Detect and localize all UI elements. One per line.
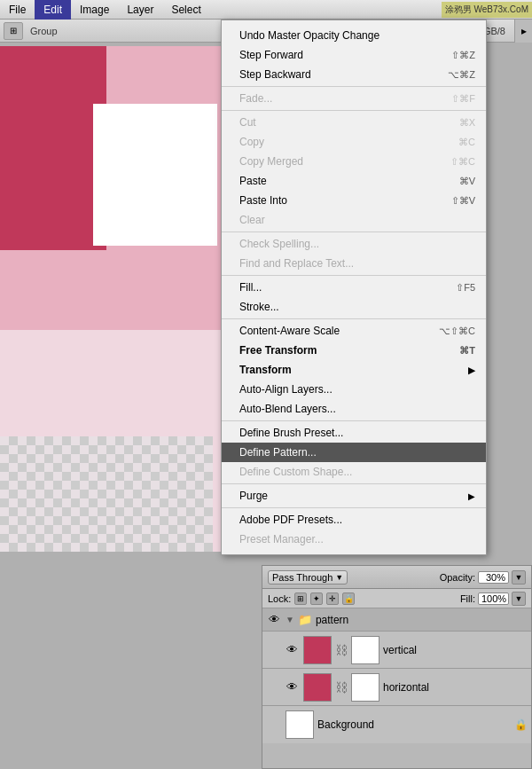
menu-edit[interactable]: Edit [35, 0, 71, 20]
menu-adobe-pdf-presets[interactable]: Adobe PDF Presets... [222, 510, 486, 530]
menu-copy-merged: Copy Merged ⇧⌘C [222, 152, 486, 171]
menu-step-forward[interactable]: Step Forward ⇧⌘Z [222, 45, 486, 65]
checker-area [0, 436, 213, 552]
layer-lock-icon-background: 🔒 [514, 718, 528, 731]
menu-section-purge: Purge ▶ [222, 484, 486, 508]
blend-mode-arrow: ▼ [335, 573, 343, 582]
menu-fade: Fade... ⇧⌘F [222, 89, 486, 108]
menu-section-clipboard: Cut ⌘X Copy ⌘C Copy Merged ⇧⌘C Paste ⌘V … [222, 111, 486, 232]
lock-paint-icon[interactable]: ✦ [310, 592, 323, 605]
canvas-rect-white [93, 104, 217, 246]
menu-copy: Copy ⌘C [222, 132, 486, 152]
layer-folder-icon-pattern: 📁 [298, 613, 312, 626]
menu-paste-into[interactable]: Paste Into ⇧⌘V [222, 191, 486, 210]
canvas-content [0, 46, 248, 552]
opacity-control: Opacity: 30% ▼ [440, 570, 526, 585]
menu-transform[interactable]: Transform ▶ [222, 360, 486, 380]
layer-chain-vertical[interactable]: ⛓ [335, 643, 348, 657]
fill-value[interactable]: 100% [478, 592, 509, 605]
menu-auto-blend[interactable]: Auto-Blend Layers... [222, 399, 486, 419]
menu-stroke[interactable]: Stroke... [222, 297, 486, 317]
layer-name-pattern: pattern [316, 614, 528, 626]
watermark: 涂鸦男 WeB73x.CoM [442, 2, 532, 18]
lock-move-icon[interactable]: ✛ [326, 592, 339, 605]
menu-select[interactable]: Select [162, 0, 209, 20]
menu-paste[interactable]: Paste ⌘V [222, 171, 486, 191]
layers-header: Pass Through ▼ Opacity: 30% ▼ [262, 566, 531, 589]
layers-lock-row: Lock: ⊞ ✦ ✛ 🔒 Fill: 100% ▼ [262, 589, 531, 608]
layer-thumb-vertical-color [303, 636, 332, 664]
layer-vertical[interactable]: 👁 ⛓ vertical [262, 632, 531, 669]
layer-thumb-background [286, 710, 314, 739]
menu-check-spelling: Check Spelling... [222, 234, 486, 254]
menu-section-spelling: Check Spelling... Find and Replace Text.… [222, 232, 486, 276]
menu-undo[interactable]: Undo Master Opacity Change [222, 26, 486, 45]
fill-arrow[interactable]: ▼ [512, 592, 526, 606]
layer-expand-pattern[interactable]: ▼ [286, 615, 294, 624]
menu-section-presets: Adobe PDF Presets... Preset Manager... [222, 508, 486, 551]
edit-dropdown-menu: Undo Master Opacity Change Step Forward … [221, 20, 487, 555]
menu-section-fade: Fade... ⇧⌘F [222, 87, 486, 111]
menu-clear: Clear [222, 210, 486, 230]
menu-step-backward[interactable]: Step Backward ⌥⌘Z [222, 65, 486, 84]
menu-bar: File Edit Image Layer Select 涂鸦男 WeB73x.… [0, 0, 532, 20]
menu-layer[interactable]: Layer [118, 0, 162, 20]
layer-horizontal[interactable]: 👁 ⛓ horizontal [262, 669, 531, 706]
menu-find-replace: Find and Replace Text... [222, 254, 486, 273]
menu-auto-align[interactable]: Auto-Align Layers... [222, 380, 486, 399]
menu-section-transform: Content-Aware Scale ⌥⇧⌘C Free Transform … [222, 319, 486, 421]
layer-chain-horizontal[interactable]: ⛓ [335, 680, 348, 694]
fill-label: Fill: [460, 593, 475, 604]
fill-control: Fill: 100% ▼ [460, 592, 526, 606]
blend-mode-label: Pass Through [272, 572, 332, 583]
layer-group-pattern[interactable]: 👁 ▼ 📁 pattern [262, 608, 531, 632]
layer-thumb-horizontal-color [303, 673, 332, 702]
menu-section-undo: Undo Master Opacity Change Step Forward … [222, 24, 486, 87]
menu-fill[interactable]: Fill... ⇧F5 [222, 278, 486, 297]
layer-name-horizontal: horizontal [383, 681, 528, 694]
menu-define-pattern[interactable]: Define Pattern... [222, 443, 486, 462]
lock-label: Lock: [268, 593, 291, 604]
menu-define-custom-shape: Define Custom Shape... [222, 462, 486, 482]
layer-eye-horizontal[interactable]: 👁 [284, 679, 300, 695]
menu-purge[interactable]: Purge ▶ [222, 486, 486, 506]
opacity-value[interactable]: 30% [478, 571, 509, 584]
canvas-rect-dark [0, 46, 106, 250]
layer-eye-pattern[interactable]: 👁 [266, 612, 282, 628]
toolbar-group-label: Group [27, 26, 61, 36]
blend-mode-dropdown[interactable]: Pass Through ▼ [268, 570, 348, 585]
layer-background[interactable]: Background 🔒 [262, 706, 531, 743]
layers-panel: Pass Through ▼ Opacity: 30% ▼ Lock: ⊞ ✦ … [262, 565, 532, 769]
lock-all-icon[interactable]: 🔒 [342, 592, 355, 605]
menu-cut: Cut ⌘X [222, 113, 486, 132]
toolbar-doc-icon: ⊞ [4, 22, 23, 40]
menu-file[interactable]: File [0, 0, 35, 20]
lock-position-icon[interactable]: ⊞ [294, 592, 307, 605]
layer-thumb-horizontal-mask [351, 673, 379, 702]
layer-eye-vertical[interactable]: 👁 [284, 642, 300, 658]
menu-section-fill: Fill... ⇧F5 Stroke... [222, 276, 486, 319]
menu-free-transform[interactable]: Free Transform ⌘T [222, 341, 486, 360]
menu-define-brush[interactable]: Define Brush Preset... [222, 423, 486, 443]
menu-image[interactable]: Image [71, 0, 118, 20]
layer-name-background: Background [317, 718, 511, 731]
menu-preset-manager: Preset Manager... [222, 530, 486, 549]
opacity-label: Opacity: [440, 572, 475, 583]
opacity-arrow[interactable]: ▼ [512, 570, 526, 585]
toolbar-scrollbar-right: ▸ [514, 20, 532, 43]
menu-section-define: Define Brush Preset... Define Pattern...… [222, 421, 486, 484]
menu-content-aware-scale[interactable]: Content-Aware Scale ⌥⇧⌘C [222, 321, 486, 341]
layer-thumb-vertical-mask [351, 636, 379, 664]
layer-name-vertical: vertical [383, 644, 528, 656]
